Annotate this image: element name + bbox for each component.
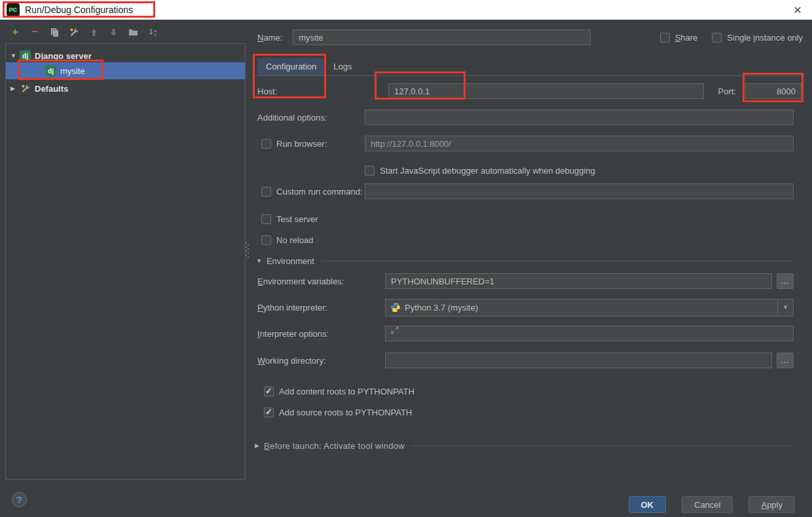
working-directory-browse-button[interactable]: ...: [777, 353, 794, 368]
no-reload-label: No reload: [276, 235, 313, 245]
expanded-twisty-icon[interactable]: ▼: [256, 258, 262, 264]
expanded-twisty-icon[interactable]: ▼: [10, 52, 17, 59]
interpreter-row: Python interpreter: Python 3.7 (mysite) …: [257, 299, 794, 316]
defaults-wrench-icon: [20, 83, 31, 94]
collapsed-twisty-icon[interactable]: ▶: [255, 442, 259, 449]
config-tabs: Configuration Logs: [257, 58, 361, 75]
add-configuration-icon[interactable]: +: [9, 26, 21, 38]
ok-button[interactable]: OK: [629, 496, 667, 513]
custom-run-row: Custom run command:: [261, 183, 794, 200]
run-browser-row: Run browser:: [261, 135, 794, 152]
additional-options-input[interactable]: [365, 109, 794, 125]
port-label: Port:: [718, 86, 736, 96]
env-vars-browse-button[interactable]: ...: [777, 273, 794, 289]
tab-configuration[interactable]: Configuration: [257, 58, 325, 75]
environment-header-label: Environment: [267, 256, 314, 266]
configurations-toolbar: + − az: [9, 24, 158, 40]
working-directory-input[interactable]: [385, 353, 772, 368]
tab-divider: [252, 75, 804, 76]
interpreter-options-label: Interpreter options:: [257, 329, 385, 339]
single-instance-label: Single instance only: [727, 33, 803, 43]
tree-item-mysite[interactable]: dj mysite: [6, 62, 245, 79]
no-reload-checkbox[interactable]: [261, 235, 271, 245]
env-vars-label: Environment variables:: [257, 277, 385, 286]
svg-text:z: z: [154, 32, 156, 37]
run-browser-checkbox[interactable]: [261, 139, 271, 149]
add-source-roots-row: Add source roots to PYTHONPATH: [264, 404, 412, 421]
copy-configuration-icon[interactable]: [48, 26, 60, 38]
add-source-roots-checkbox[interactable]: [264, 408, 274, 417]
host-row: Host: Port:: [257, 83, 802, 100]
port-input[interactable]: [745, 83, 802, 99]
add-content-roots-label: Add content roots to PYTHONPATH: [279, 387, 415, 396]
environment-section-header[interactable]: ▼ Environment: [256, 254, 794, 267]
python-icon: [390, 302, 401, 313]
name-label: Name:: [257, 33, 293, 43]
custom-run-label: Custom run command:: [276, 187, 363, 197]
tree-item-label: Django server: [35, 51, 92, 61]
tree-item-label: mysite: [60, 66, 85, 76]
host-input[interactable]: [388, 83, 704, 99]
move-down-icon[interactable]: [107, 26, 119, 38]
env-vars-input[interactable]: [385, 273, 772, 289]
interpreter-value: Python 3.7 (mysite): [405, 303, 478, 313]
chevron-down-icon[interactable]: ▼: [777, 299, 793, 316]
remove-configuration-icon[interactable]: −: [29, 26, 41, 38]
no-reload-row: No reload: [261, 231, 313, 248]
apply-button[interactable]: Apply: [748, 496, 795, 513]
django-icon: dj: [45, 66, 56, 76]
section-divider: [321, 261, 794, 261]
before-launch-section[interactable]: ▶ Before launch: Activate tool window: [255, 439, 794, 452]
share-label: Share: [675, 33, 698, 43]
section-divider: [411, 446, 794, 446]
working-directory-row: Working directory: ...: [257, 352, 794, 369]
tab-logs[interactable]: Logs: [325, 58, 360, 75]
js-debugger-checkbox[interactable]: [365, 166, 375, 176]
host-label: Host:: [257, 86, 388, 96]
dialog-title-bar: PC Run/Debug Configurations ×: [0, 0, 812, 20]
expand-field-icon[interactable]: [391, 326, 399, 336]
additional-options-row: Additional options:: [257, 109, 794, 126]
test-server-label: Test server: [276, 214, 318, 224]
name-input[interactable]: [293, 29, 591, 45]
collapsed-twisty-icon[interactable]: ▶: [10, 85, 17, 92]
create-folder-icon[interactable]: [127, 26, 139, 38]
env-vars-row: Environment variables: ...: [257, 273, 794, 290]
test-server-checkbox[interactable]: [261, 214, 271, 224]
tree-item-defaults[interactable]: ▶ Defaults: [6, 80, 245, 97]
additional-options-label: Additional options:: [257, 113, 365, 123]
run-browser-label: Run browser:: [276, 139, 327, 149]
custom-run-checkbox[interactable]: [261, 187, 271, 197]
run-browser-url-input[interactable]: [365, 136, 794, 151]
add-content-roots-checkbox[interactable]: [264, 387, 274, 396]
single-instance-checkbox[interactable]: [712, 33, 722, 43]
test-server-row: Test server: [261, 210, 318, 227]
configurations-tree: ▼ dj Django server dj mysite ▶ Defaults: [5, 43, 246, 480]
dialog-buttons: OK Cancel Apply: [629, 496, 796, 513]
tree-item-label: Defaults: [35, 84, 68, 94]
cancel-button[interactable]: Cancel: [682, 496, 733, 513]
edit-defaults-wrench-icon[interactable]: [68, 26, 80, 38]
django-icon: dj: [20, 50, 31, 61]
interpreter-options-row: Interpreter options:: [257, 325, 794, 342]
custom-run-input[interactable]: [365, 183, 794, 199]
interpreter-options-input[interactable]: [385, 326, 794, 341]
before-launch-label: Before launch: Activate tool window: [264, 441, 405, 451]
close-icon[interactable]: ×: [790, 3, 805, 16]
js-debugger-row: Start JavaScript debugger automatically …: [365, 162, 595, 179]
js-debugger-label: Start JavaScript debugger automatically …: [380, 166, 595, 176]
working-directory-label: Working directory:: [257, 356, 385, 366]
help-button[interactable]: ?: [12, 492, 27, 507]
sort-configurations-icon[interactable]: az: [147, 26, 158, 38]
interpreter-select[interactable]: Python 3.7 (mysite) ▼: [385, 299, 794, 316]
share-checkbox[interactable]: [660, 33, 670, 43]
dialog-title: Run/Debug Configurations: [25, 5, 133, 15]
move-up-icon[interactable]: [88, 26, 100, 38]
add-content-roots-row: Add content roots to PYTHONPATH: [264, 383, 415, 400]
panel-splitter-handle[interactable]: [245, 241, 249, 261]
pycharm-logo-icon: PC: [7, 3, 20, 16]
interpreter-label: Python interpreter:: [257, 303, 385, 313]
name-row: Name: Share Single instance only: [257, 29, 803, 46]
add-source-roots-label: Add source roots to PYTHONPATH: [279, 408, 412, 417]
